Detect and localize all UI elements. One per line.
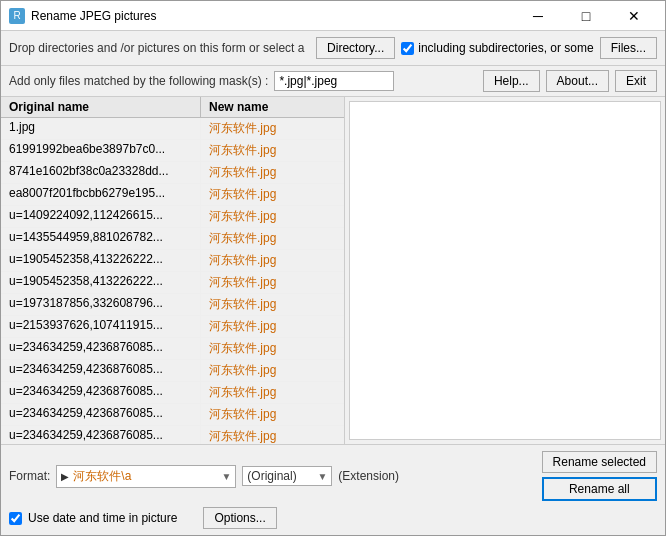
mask-input[interactable] [274,71,394,91]
cell-new: 河东软件.jpg [201,294,344,315]
options-button[interactable]: Options... [203,507,276,529]
original-value: (Original) [247,469,317,483]
format-row: Format: ▶ 河东软件\a ▼ (Original) ▼ (Extensi… [9,451,657,501]
table-row[interactable]: 1.jpg 河东软件.jpg [1,118,344,140]
cell-new: 河东软件.jpg [201,228,344,249]
mask-label: Add only files matched by the following … [9,74,268,88]
col-original-header: Original name [1,97,201,117]
col-new-header: New name [201,97,344,117]
cell-new: 河东软件.jpg [201,404,344,425]
main-window: R Rename JPEG pictures ─ □ ✕ Drop direct… [0,0,666,536]
table-row[interactable]: u=2153937626,107411915... 河东软件.jpg [1,316,344,338]
close-button[interactable]: ✕ [611,1,657,31]
drop-instruction: Drop directories and /or pictures on thi… [9,41,310,55]
table-row[interactable]: u=234634259,4236876085... 河东软件.jpg [1,338,344,360]
cell-new: 河东软件.jpg [201,250,344,271]
table-row[interactable]: u=234634259,4236876085... 河东软件.jpg [1,404,344,426]
cell-new: 河东软件.jpg [201,118,344,139]
use-date-label: Use date and time in picture [28,511,177,525]
cell-original: u=1905452358,413226222... [1,272,201,293]
main-content: Original name New name 1.jpg 河东软件.jpg 61… [1,97,665,444]
cell-original: u=234634259,4236876085... [1,360,201,381]
exit-button[interactable]: Exit [615,70,657,92]
rename-all-button[interactable]: Rename all [542,477,657,501]
cell-new: 河东软件.jpg [201,316,344,337]
table-row[interactable]: u=234634259,4236876085... 河东软件.jpg [1,426,344,444]
original-dropdown[interactable]: (Original) ▼ [242,466,332,486]
subdirectories-checkbox[interactable] [401,42,414,55]
cell-new: 河东软件.jpg [201,206,344,227]
cell-new: 河东软件.jpg [201,140,344,161]
use-date-checkbox[interactable] [9,512,22,525]
dropdown-arrow: ▼ [221,471,231,482]
cell-new: 河东软件.jpg [201,184,344,205]
format-dropdown[interactable]: ▶ 河东软件\a ▼ [56,465,236,488]
cell-original: u=1905452358,413226222... [1,250,201,271]
cell-new: 河东软件.jpg [201,382,344,403]
table-row[interactable]: 61991992bea6be3897b7c0... 河东软件.jpg [1,140,344,162]
toolbar: Drop directories and /or pictures on thi… [1,31,665,66]
subdirectories-label: including subdirectories, or some [418,41,593,55]
cell-original: 61991992bea6be3897b7c0... [1,140,201,161]
cell-new: 河东软件.jpg [201,338,344,359]
cell-original: u=234634259,4236876085... [1,404,201,425]
list-header: Original name New name [1,97,344,118]
cell-original: u=1973187856,332608796... [1,294,201,315]
help-button[interactable]: Help... [483,70,540,92]
cell-original: ea8007f201fbcbb6279e195... [1,184,201,205]
files-button[interactable]: Files... [600,37,657,59]
table-row[interactable]: u=1409224092,112426615... 河东软件.jpg [1,206,344,228]
window-title: Rename JPEG pictures [31,9,515,23]
action-buttons: Rename selected Rename all [542,451,657,501]
mask-row: Add only files matched by the following … [1,66,665,97]
table-row[interactable]: u=1905452358,413226222... 河东软件.jpg [1,272,344,294]
original-arrow: ▼ [317,471,327,482]
maximize-button[interactable]: □ [563,1,609,31]
subdirectories-row: including subdirectories, or some [401,41,593,55]
cell-new: 河东软件.jpg [201,162,344,183]
cell-original: u=2153937626,107411915... [1,316,201,337]
bottom-bar: Format: ▶ 河东软件\a ▼ (Original) ▼ (Extensi… [1,444,665,535]
mask-buttons: Help... About... Exit [483,70,657,92]
cell-original: u=234634259,4236876085... [1,426,201,444]
cell-new: 河东软件.jpg [201,360,344,381]
format-value: 河东软件\a [73,468,221,485]
cell-original: u=234634259,4236876085... [1,338,201,359]
extension-label: (Extension) [338,469,399,483]
table-row[interactable]: u=234634259,4236876085... 河东软件.jpg [1,360,344,382]
table-row[interactable]: u=1435544959,881026782... 河东软件.jpg [1,228,344,250]
cell-original: u=1409224092,112426615... [1,206,201,227]
cell-new: 河东软件.jpg [201,272,344,293]
table-row[interactable]: u=234634259,4236876085... 河东软件.jpg [1,382,344,404]
table-row[interactable]: ea8007f201fbcbb6279e195... 河东软件.jpg [1,184,344,206]
cell-original: u=1435544959,881026782... [1,228,201,249]
table-row[interactable]: 8741e1602bf38c0a23328dd... 河东软件.jpg [1,162,344,184]
cell-original: 8741e1602bf38c0a23328dd... [1,162,201,183]
rename-selected-button[interactable]: Rename selected [542,451,657,473]
table-row[interactable]: u=1973187856,332608796... 河东软件.jpg [1,294,344,316]
right-panel [345,97,665,444]
about-button[interactable]: About... [546,70,609,92]
directory-button[interactable]: Directory... [316,37,395,59]
preview-area [349,101,661,440]
options-row: Use date and time in picture Options... [9,507,657,529]
file-list-body[interactable]: 1.jpg 河东软件.jpg 61991992bea6be3897b7c0...… [1,118,344,444]
cell-original: u=234634259,4236876085... [1,382,201,403]
cell-new: 河东软件.jpg [201,426,344,444]
format-label: Format: [9,469,50,483]
file-list-panel: Original name New name 1.jpg 河东软件.jpg 61… [1,97,345,444]
cell-original: 1.jpg [1,118,201,139]
table-row[interactable]: u=1905452358,413226222... 河东软件.jpg [1,250,344,272]
minimize-button[interactable]: ─ [515,1,561,31]
app-icon: R [9,8,25,24]
play-icon: ▶ [61,471,69,482]
title-bar: R Rename JPEG pictures ─ □ ✕ [1,1,665,31]
window-controls: ─ □ ✕ [515,1,657,31]
